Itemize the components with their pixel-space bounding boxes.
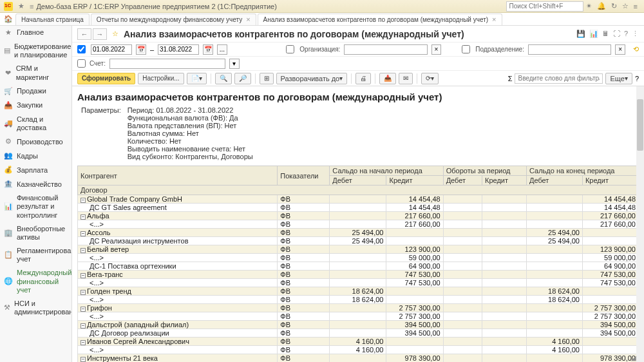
org-checkbox[interactable] bbox=[286, 45, 294, 53]
dept-checkbox[interactable] bbox=[462, 45, 470, 53]
sigma-icon[interactable]: Σ bbox=[508, 75, 513, 82]
sidebar-item[interactable]: 📊Финансовый результат и контроллинг bbox=[0, 191, 71, 222]
home-icon[interactable]: 🏠 bbox=[4, 15, 13, 23]
expand-toggle[interactable]: − bbox=[80, 357, 86, 362]
dept-field[interactable] bbox=[528, 44, 611, 55]
acct-dd[interactable]: ▾ bbox=[229, 59, 240, 69]
sidebar-item[interactable]: ★Главное bbox=[0, 26, 71, 40]
sidebar-item[interactable]: ▤Бюджетирование и планирование bbox=[0, 40, 71, 62]
nav-back-button[interactable]: ← bbox=[77, 28, 91, 40]
date-from-input[interactable] bbox=[91, 44, 132, 55]
chart-icon[interactable]: 📊 bbox=[589, 30, 598, 38]
table-row[interactable]: −Белый ветерФВ123 900,00123 900,00 bbox=[78, 245, 639, 254]
mail-button[interactable]: ✉ bbox=[399, 73, 413, 84]
star2-icon[interactable]: ☆ bbox=[622, 2, 629, 10]
date-from-picker[interactable]: 📅 bbox=[136, 44, 146, 55]
sidebar-item[interactable]: 📥Закупки bbox=[0, 99, 71, 113]
sidebar-item[interactable]: 🏦Казначейство bbox=[0, 177, 71, 191]
table-row[interactable]: ДС Договор реализацииФВ394 500,00394 500… bbox=[78, 329, 639, 338]
find2-button[interactable]: 🔎 bbox=[234, 73, 251, 84]
expand-button[interactable]: Разворачивать до ▾ bbox=[276, 73, 348, 84]
spark-icon[interactable]: ✴ bbox=[586, 2, 592, 10]
table-row[interactable]: ДС GT Sales agreementФВ14 454,4814 454,4… bbox=[78, 204, 639, 212]
table-row[interactable]: −Иванов Сергей АлександровичФВ4 160,004 … bbox=[78, 338, 639, 346]
expand-icon[interactable]: ⛶ bbox=[613, 30, 620, 38]
table-row[interactable]: <...>ФВ18 624,0018 624,00 bbox=[78, 296, 639, 304]
table-row[interactable]: −Голден трендФВ18 624,0018 624,00 bbox=[78, 287, 639, 296]
resize-grip[interactable]: ◢ bbox=[631, 354, 636, 361]
history-icon[interactable]: ↻ bbox=[611, 2, 617, 10]
table-row[interactable]: −Дальстрой (западный филиал)ФВ394 500,00… bbox=[78, 321, 639, 329]
table-row[interactable]: ДС Реализация инструментовФВ25 494,0025 … bbox=[78, 237, 639, 245]
sidebar-item[interactable]: ❤CRM и маркетинг bbox=[0, 62, 71, 84]
table-row[interactable]: <...>ФВ59 000,0059 000,00 bbox=[78, 254, 639, 262]
table-row[interactable]: <...>ФВ747 530,00747 530,00 bbox=[78, 279, 639, 287]
table-row[interactable]: −Инструменты 21 векаФВ978 390,00978 390,… bbox=[78, 354, 639, 363]
scrollbar-vertical[interactable] bbox=[636, 86, 644, 362]
tab-close-icon[interactable]: × bbox=[246, 15, 250, 23]
sidebar-item[interactable]: 🏢Внеоборотные активы bbox=[0, 222, 71, 244]
table-row[interactable]: −Вега-трансФВ747 530,00747 530,00 bbox=[78, 271, 639, 279]
nav-fwd-button[interactable]: → bbox=[93, 28, 107, 40]
acct-checkbox[interactable] bbox=[77, 59, 86, 68]
period-more[interactable]: ... bbox=[217, 44, 227, 55]
dept-clear[interactable]: × bbox=[615, 44, 625, 55]
tab[interactable]: Отчеты по международному финансовому уче… bbox=[91, 14, 256, 25]
expand-toggle[interactable]: − bbox=[80, 273, 86, 278]
calc-icon[interactable]: 🖩 bbox=[602, 30, 609, 38]
expand-toggle[interactable]: − bbox=[80, 323, 86, 329]
sidebar-item[interactable]: 📋Регламентированный учет bbox=[0, 244, 71, 266]
tab[interactable]: Начальная страница bbox=[15, 14, 90, 25]
tab-close-icon[interactable]: × bbox=[492, 15, 496, 23]
menu-icon[interactable]: ≡ bbox=[634, 3, 638, 10]
acct-field[interactable] bbox=[109, 59, 225, 69]
opts-icon[interactable]: ⋮ bbox=[632, 30, 639, 38]
expand-toggle[interactable]: − bbox=[80, 340, 86, 345]
print-button[interactable]: 🖨 bbox=[355, 73, 371, 84]
table-row[interactable]: −ГрифонФВ2 757 300,002 757 300,00 bbox=[78, 304, 639, 312]
settings-button[interactable]: Настройки... bbox=[138, 73, 184, 84]
sidebar-item[interactable]: 🛒Продажи bbox=[0, 84, 71, 99]
period-checkbox[interactable] bbox=[77, 45, 86, 53]
table-row[interactable]: <...>ФВ217 660,00217 660,00 bbox=[78, 220, 639, 229]
expand-toggle[interactable]: − bbox=[80, 198, 86, 203]
sidebar-item[interactable]: 🚚Склад и доставка bbox=[0, 113, 71, 135]
form-button[interactable]: Сформировать bbox=[77, 73, 135, 84]
date-to-picker[interactable]: 📅 bbox=[203, 44, 213, 55]
tab[interactable]: Анализ взаиморасчетов контрагентов по до… bbox=[258, 14, 502, 25]
more-button[interactable]: Еще ▾ bbox=[605, 73, 632, 84]
sidebar-item[interactable]: ⚒НСИ и администрирование bbox=[0, 297, 71, 319]
help-icon[interactable]: ? bbox=[624, 30, 628, 38]
expand-toggle[interactable]: − bbox=[80, 248, 86, 253]
org-field[interactable] bbox=[344, 44, 427, 55]
table-row[interactable]: ДС-1 Поставка оргтехникиФВ64 900,0064 90… bbox=[78, 262, 639, 271]
global-search-input[interactable] bbox=[506, 1, 583, 12]
org-clear[interactable]: × bbox=[431, 44, 442, 55]
sidebar-item[interactable]: ⚙Производство bbox=[0, 135, 71, 149]
expand-toggle[interactable]: − bbox=[80, 290, 86, 295]
variant-button[interactable]: 📄▾ bbox=[187, 73, 207, 84]
favorite-icon[interactable]: ☆ bbox=[112, 30, 118, 38]
filter-input[interactable] bbox=[515, 73, 603, 84]
table-row[interactable]: <...>ФВ2 757 300,002 757 300,00 bbox=[78, 312, 639, 321]
save-button[interactable]: 📥 bbox=[379, 73, 396, 84]
hamburger-icon[interactable]: ≡ bbox=[30, 3, 33, 10]
refresh-button[interactable]: ⟳▾ bbox=[421, 73, 439, 84]
expand-toggle[interactable]: − bbox=[80, 231, 86, 236]
expand-toggle[interactable]: − bbox=[80, 307, 86, 312]
date-to-input[interactable] bbox=[158, 44, 199, 55]
table-row[interactable]: <...>ФВ4 160,004 160,00 bbox=[78, 346, 639, 354]
pivot-button[interactable]: ⊞ bbox=[260, 73, 274, 84]
table-row[interactable]: −АльфаФВ217 660,00217 660,00 bbox=[78, 212, 639, 220]
help2-icon[interactable]: ? bbox=[635, 75, 639, 82]
sidebar-item[interactable]: 🌐Международный финансовый учет bbox=[0, 266, 71, 297]
expand-toggle[interactable]: − bbox=[80, 214, 86, 220]
save-icon[interactable]: 💾 bbox=[576, 30, 585, 38]
star-icon[interactable]: ★ bbox=[18, 2, 24, 10]
sidebar-item[interactable]: 💰Зарплата bbox=[0, 163, 71, 177]
table-row[interactable]: −АссольФВ25 494,0025 494,00 bbox=[78, 229, 639, 237]
bell-icon[interactable]: 🔔 bbox=[597, 2, 606, 10]
sidebar-item[interactable]: 👥Кадры bbox=[0, 149, 71, 163]
find-button[interactable]: 🔍 bbox=[215, 73, 232, 84]
reset-icon[interactable]: ⟲ bbox=[633, 45, 639, 53]
